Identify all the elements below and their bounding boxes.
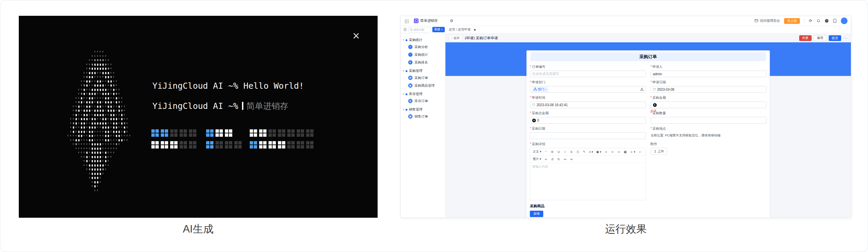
sidebar-group-label: 销售管理	[409, 107, 422, 112]
editor-tool-button[interactable]: ‹›	[637, 149, 643, 154]
field-input[interactable]	[651, 117, 767, 124]
sidebar-item[interactable]: ↗采购分析	[403, 43, 445, 51]
new-button[interactable]: 新建∨	[432, 27, 445, 32]
editor-tool-button[interactable]: ☺ ▾	[629, 149, 637, 154]
required-asterisk: *	[530, 96, 531, 100]
gem-icon: ◆	[405, 92, 408, 96]
field-value: admin	[653, 72, 662, 76]
add-product-button[interactable]: 新增	[530, 211, 544, 217]
editor-tool-button[interactable]: A ▾	[588, 149, 595, 154]
editor-tool-button[interactable]: ≡	[610, 149, 616, 154]
field-label: *采购日期	[530, 126, 646, 131]
editor-tool-button[interactable]: 图片 ▾	[532, 156, 543, 162]
rich-text-editor: *采购详情正文 ▾“BUIS⟨⟩✎A ▾▣ ▾≡≡≡▦☺ ▾‹›图片 ▾∞↺↻≔…	[530, 142, 646, 200]
admin-backend-label: 访问管理后台	[760, 19, 780, 23]
editor-tool-button[interactable]: ≡	[616, 149, 622, 154]
sidebar-item[interactable]: ◔采购统计	[403, 51, 445, 58]
editor-tool-button[interactable]: I	[562, 149, 568, 154]
sidebar-group-header[interactable]: ▾◆库存管理	[403, 91, 445, 97]
terminal-message: Hello World!	[243, 81, 304, 91]
pixel-art-blocks	[151, 129, 326, 150]
sidebar-item[interactable]: ★采购排名	[403, 58, 445, 66]
editor-tool-button[interactable]: ↺	[550, 157, 556, 162]
sidebar-item[interactable]: ▥库存订单	[403, 97, 445, 105]
editor-tool-button[interactable]: U	[556, 149, 562, 154]
department-picker[interactable]: 部门×	[530, 86, 646, 93]
editor-tool-button[interactable]: ≡	[603, 149, 609, 154]
editor-tool-button[interactable]: B	[550, 149, 556, 154]
field-input[interactable]: 自动生成无需填写	[530, 71, 646, 77]
editor-tool-button[interactable]: ≕	[568, 157, 575, 162]
gear-icon[interactable]: ⚙	[450, 19, 454, 23]
breadcrumb-bar: 进货 / 进货申请 ★	[445, 26, 476, 33]
form-column-left: *订单编号自动生成无需填写*申请部门部门×*申请时间2023-03-08 16:…	[530, 64, 646, 200]
field-input[interactable]: 2023-03-08	[651, 86, 767, 93]
editor-content-area[interactable]: 请输入内容	[530, 163, 646, 200]
editor-tool-button[interactable]: 正文 ▾	[532, 149, 543, 155]
editor-tool-button[interactable]: ▣ ▾	[595, 149, 603, 154]
user-avatar[interactable]	[841, 18, 847, 24]
terminal-dim-text: 简单进销存	[246, 101, 288, 111]
editor-tool-button[interactable]: S	[568, 149, 575, 154]
field-input[interactable]: admin	[651, 71, 767, 77]
caret-down-icon: ▾	[403, 93, 404, 95]
editor-tool-button[interactable]: ↻	[556, 157, 562, 162]
sidebar-item[interactable]: ▣采购商品管理	[403, 82, 445, 89]
refresh-icon[interactable]: ⟳	[809, 19, 812, 23]
breadcrumb[interactable]: 进货 / 进货申请	[449, 28, 471, 32]
editor-tool-button[interactable]: ✎	[581, 149, 587, 154]
search-input[interactable]: 搜索功能	[408, 27, 431, 33]
editor-tool-button[interactable]: ▦	[622, 149, 628, 154]
app-grid-icon[interactable]	[404, 19, 408, 23]
admin-backend-link[interactable]: 访问管理后台	[754, 19, 780, 23]
collapse-menu-icon[interactable]: ☰	[403, 28, 407, 32]
editor-tool-button[interactable]: ∞	[543, 157, 549, 162]
sidebar-toolbar: ☰ 搜索功能 新建∨	[401, 26, 445, 33]
required-asterisk: *	[530, 111, 531, 115]
editor-tool-button[interactable]: ⟨⟩	[575, 149, 581, 154]
app-logo-icon	[414, 19, 418, 23]
favorite-star-icon[interactable]: ★	[473, 28, 476, 32]
field-placeholder: 自动生成无需填写	[532, 72, 559, 76]
form-field: *采购日期	[530, 126, 646, 142]
remove-tag-icon[interactable]: ×	[546, 88, 547, 91]
bell-icon[interactable]	[817, 19, 820, 23]
sidebar-item[interactable]: ▤采购订单	[403, 74, 445, 82]
sidebar-group-header[interactable]: ▾◆销售管理	[403, 107, 445, 113]
field-input[interactable]: ¥0	[530, 117, 646, 124]
field-input[interactable]: 2023-03-08 16:42:41	[530, 102, 646, 108]
go-live-button[interactable]: 去上线	[784, 18, 800, 24]
field-label: *申请部门	[530, 80, 646, 84]
editor-tool-button[interactable]: “	[543, 149, 549, 154]
pixel-cluster	[278, 129, 285, 137]
pixel-cluster	[287, 129, 295, 137]
mobile-icon[interactable]	[833, 19, 836, 23]
form-field: *采购金额¥必填	[651, 95, 767, 111]
currency-icon: ¥	[532, 119, 536, 122]
back-button[interactable]: ‹ 返回	[449, 35, 462, 41]
save-button[interactable]: 保存	[814, 35, 827, 41]
sidebar-group-header[interactable]: ▾◆采购管理	[403, 68, 445, 74]
gem-icon: ◆	[405, 69, 408, 73]
department-tag-label: 部门	[538, 87, 545, 92]
ascii-art-face	[67, 51, 134, 199]
org-picker-icon[interactable]	[640, 88, 644, 91]
upload-button[interactable]: ↥上传	[651, 148, 667, 155]
help-icon[interactable]: ?	[825, 19, 829, 23]
sidebar-group-header[interactable]: ▾◆采购统计	[403, 37, 445, 43]
pixel-cluster	[151, 129, 159, 137]
sidebar-group: ▾◆库存管理▥库存订单	[403, 91, 445, 105]
field-input[interactable]	[530, 132, 646, 139]
void-button[interactable]: 作废	[799, 35, 812, 41]
sidebar-item[interactable]: ▦销售订单	[403, 113, 445, 120]
app-tab[interactable]: 简单进销存	[414, 19, 438, 23]
more-actions-button[interactable]: ···	[843, 36, 847, 40]
pixel-cluster	[306, 129, 313, 137]
editor-tool-button[interactable]: ≔	[562, 157, 568, 162]
form-field: *采购数量	[651, 111, 767, 126]
close-icon[interactable]: ×	[350, 31, 362, 42]
calendar-icon	[532, 103, 535, 107]
submit-button[interactable]: 提交	[829, 35, 841, 41]
svg-text:?: ?	[826, 20, 827, 22]
field-input[interactable]: ¥	[651, 102, 767, 108]
